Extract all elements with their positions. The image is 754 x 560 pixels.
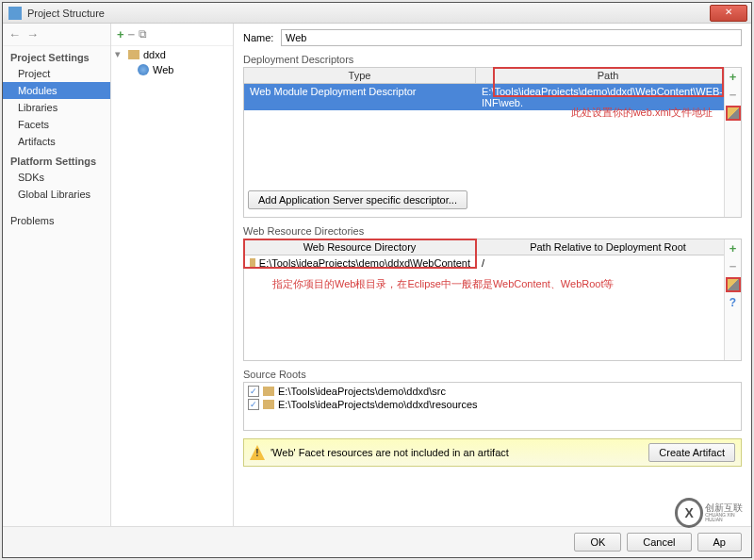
- facet-name: Web: [153, 64, 173, 75]
- main-panel: Name: Deployment Descriptors Type Path W…: [234, 24, 751, 529]
- sr-box: ✓ E:\Tools\ideaProjects\demo\ddxd\src ✓ …: [243, 382, 742, 431]
- web-resource-section: Web Resource Directories Web Resource Di…: [243, 225, 742, 361]
- checkbox-icon[interactable]: ✓: [248, 399, 259, 410]
- sidebar-item-modules[interactable]: Modules: [3, 82, 110, 99]
- wrd-header: Web Resource Directory Path Relative to …: [244, 239, 741, 255]
- folder-icon: [250, 258, 255, 268]
- sr-row-1[interactable]: ✓ E:\Tools\ideaProjects\demo\ddxd\resour…: [248, 398, 737, 411]
- folder-icon: [263, 400, 274, 409]
- dd-row-type: Web Module Deployment Descriptor: [244, 84, 476, 110]
- wrd-th-rel: Path Relative to Deployment Root: [476, 239, 741, 255]
- sidebar: ← → Project Settings Project Modules Lib…: [3, 24, 111, 529]
- sidebar-item-libraries[interactable]: Libraries: [3, 99, 110, 116]
- close-button[interactable]: ✕: [710, 5, 747, 22]
- remove-module-icon[interactable]: −: [128, 27, 136, 41]
- watermark-logo: X: [675, 498, 703, 528]
- watermark-text2: CHUANG XIN HULIAN: [705, 513, 750, 522]
- back-icon[interactable]: ←: [8, 27, 21, 41]
- sidebar-item-global-libraries[interactable]: Global Libraries: [3, 186, 110, 203]
- dd-title: Deployment Descriptors: [243, 54, 742, 65]
- copy-icon[interactable]: ⧉: [139, 27, 147, 41]
- wrd-th-dir: Web Resource Directory: [244, 239, 476, 255]
- create-artifact-button[interactable]: Create Artifact: [648, 443, 735, 462]
- module-tree: + − ⧉ ▾ ddxd Web: [111, 24, 234, 529]
- expand-icon[interactable]: ▾: [115, 48, 124, 60]
- titlebar: Project Structure ✕: [3, 3, 751, 24]
- wrd-remove-icon[interactable]: −: [729, 259, 737, 273]
- wrd-add-icon[interactable]: +: [729, 241, 737, 255]
- sr-path-1: E:\Tools\ideaProjects\demo\ddxd\resource…: [278, 399, 478, 410]
- window-title: Project Structure: [27, 8, 746, 19]
- name-label: Name:: [243, 32, 281, 43]
- sidebar-item-artifacts[interactable]: Artifacts: [3, 133, 110, 150]
- module-icon: [128, 50, 139, 59]
- wrd-row-dir-cell: E:\Tools\ideaProjects\demo\ddxd\WebConte…: [244, 255, 476, 271]
- web-facet-icon: [138, 64, 149, 75]
- dd-th-type: Type: [244, 68, 476, 83]
- project-settings-heading: Project Settings: [3, 46, 110, 65]
- wrd-action-col: + − ?: [724, 239, 741, 360]
- name-row: Name:: [243, 29, 742, 46]
- warning-icon: !: [250, 445, 265, 460]
- warning-text: 'Web' Facet resources are not included i…: [270, 447, 643, 458]
- tree-facet-row[interactable]: Web: [111, 62, 233, 77]
- wrd-row-dir: E:\Tools\ideaProjects\demo\ddxd\WebConte…: [259, 257, 470, 269]
- dd-action-col: + −: [724, 68, 741, 217]
- dd-table-header: Type Path: [244, 68, 741, 84]
- cancel-button[interactable]: Cancel: [627, 533, 691, 552]
- wrd-help-icon[interactable]: ?: [729, 296, 736, 309]
- wrd-row[interactable]: E:\Tools\ideaProjects\demo\ddxd\WebConte…: [244, 255, 741, 271]
- watermark: X 创新互联 CHUANG XIN HULIAN: [675, 494, 750, 532]
- checkbox-icon[interactable]: ✓: [248, 386, 259, 397]
- folder-icon: [263, 387, 274, 396]
- add-module-icon[interactable]: +: [117, 27, 124, 41]
- sr-row-0[interactable]: ✓ E:\Tools\ideaProjects\demo\ddxd\src: [248, 385, 737, 398]
- sidebar-toolbar: ← →: [3, 24, 110, 46]
- dd-remove-icon[interactable]: −: [729, 88, 737, 102]
- module-name: ddxd: [143, 49, 166, 60]
- sidebar-item-problems[interactable]: Problems: [3, 212, 110, 229]
- tree-toolbar: + − ⧉: [111, 24, 233, 46]
- wrd-note: 指定你项目的Web根目录，在Eclipse中一般都是WebContent、Web…: [272, 277, 614, 291]
- dd-note: 此处设置你的web.xml文件地址: [571, 106, 713, 120]
- warning-row: ! 'Web' Facet resources are not included…: [243, 438, 742, 467]
- sidebar-item-sdks[interactable]: SDKs: [3, 169, 110, 186]
- sidebar-item-facets[interactable]: Facets: [3, 116, 110, 133]
- add-server-wrapper: Add Application Server specific descript…: [244, 187, 471, 213]
- wrd-title: Web Resource Directories: [243, 225, 742, 237]
- sr-title: Source Roots: [243, 369, 742, 380]
- wrd-edit-icon[interactable]: [726, 277, 741, 292]
- wrd-row-rel: /: [476, 255, 741, 271]
- platform-settings-heading: Platform Settings: [3, 150, 110, 169]
- dialog-footer: OK Cancel Ap: [3, 526, 751, 557]
- sidebar-item-project[interactable]: Project: [3, 65, 110, 82]
- dd-add-icon[interactable]: +: [729, 70, 737, 84]
- app-icon: [8, 7, 22, 20]
- forward-icon[interactable]: →: [26, 27, 39, 41]
- watermark-text-wrap: 创新互联 CHUANG XIN HULIAN: [703, 503, 750, 522]
- dd-box: Type Path Web Module Deployment Descript…: [243, 67, 742, 218]
- deployment-descriptors-section: Deployment Descriptors Type Path Web Mod…: [243, 54, 742, 218]
- name-input[interactable]: [281, 29, 742, 46]
- dd-th-path: Path: [476, 68, 741, 83]
- dialog-window: Project Structure ✕ ← → Project Settings…: [2, 2, 752, 558]
- apply-button[interactable]: Ap: [697, 533, 742, 552]
- source-roots-section: Source Roots ✓ E:\Tools\ideaProjects\dem…: [243, 369, 742, 431]
- tree-module-row[interactable]: ▾ ddxd: [111, 46, 233, 62]
- sr-path-0: E:\Tools\ideaProjects\demo\ddxd\src: [278, 386, 446, 397]
- dd-edit-icon[interactable]: [726, 106, 741, 121]
- ok-button[interactable]: OK: [574, 533, 621, 552]
- wrd-box: Web Resource Directory Path Relative to …: [243, 239, 742, 361]
- content-area: ← → Project Settings Project Modules Lib…: [3, 24, 751, 529]
- add-server-descriptor-button[interactable]: Add Application Server specific descript…: [248, 190, 467, 209]
